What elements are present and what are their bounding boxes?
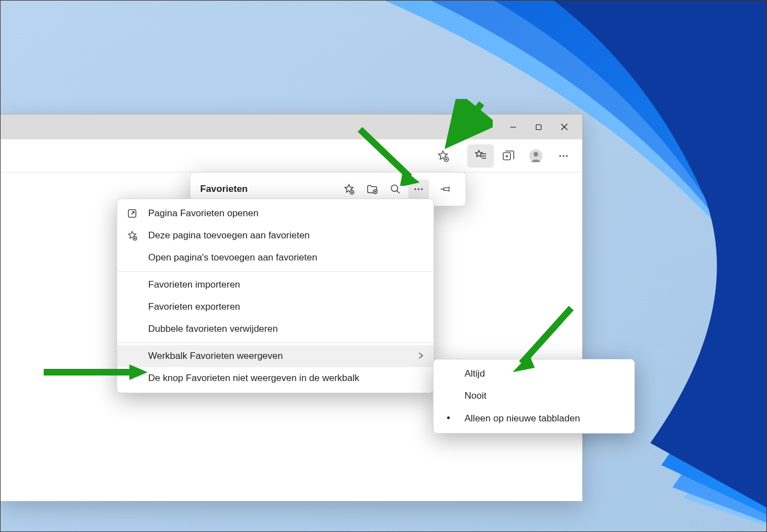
svg-point-28 — [421, 188, 422, 190]
menu-add-open-pages[interactable]: Open pagina's toevoegen aan favorieten — [117, 247, 434, 269]
svg-point-27 — [418, 188, 419, 190]
add-favorite-icon[interactable] — [430, 144, 456, 168]
search-icon[interactable] — [385, 179, 406, 199]
submenu-never[interactable]: Nooit — [434, 385, 634, 407]
window-titlebar — [1, 114, 582, 139]
svg-line-25 — [397, 191, 400, 194]
svg-rect-1 — [536, 124, 541, 129]
more-button[interactable] — [550, 144, 577, 168]
favorites-button[interactable] — [467, 144, 494, 168]
svg-point-26 — [414, 188, 416, 190]
more-options-icon[interactable] — [408, 179, 429, 199]
menu-show-favorites-bar[interactable]: Werkbalk Favorieten weergeven — [117, 345, 434, 367]
pin-icon[interactable] — [435, 179, 456, 199]
profile-avatar[interactable] — [523, 144, 549, 168]
svg-point-17 — [566, 155, 567, 157]
star-add-icon — [125, 230, 139, 241]
chevron-right-icon — [418, 352, 424, 361]
svg-point-14 — [534, 152, 538, 156]
add-folder-icon[interactable] — [362, 179, 383, 199]
menu-separator — [117, 271, 434, 272]
favorites-panel-title: Favorieten — [200, 184, 336, 195]
svg-point-15 — [559, 155, 561, 157]
browser-toolbar — [1, 139, 582, 173]
collections-button[interactable] — [495, 144, 521, 168]
maximize-button[interactable] — [526, 114, 551, 139]
show-favorites-bar-submenu: Altijd Nooit • Alleen op nieuwe tabblade… — [433, 359, 635, 434]
svg-point-16 — [562, 155, 564, 157]
submenu-always[interactable]: Altijd — [434, 363, 634, 385]
add-favorite-icon[interactable] — [338, 179, 359, 199]
submenu-only-new-tabs[interactable]: • Alleen op nieuwe tabbladen — [434, 407, 634, 430]
menu-remove-duplicates[interactable]: Dubbele favorieten verwijderen — [117, 318, 434, 340]
menu-open-favorites-page[interactable]: Pagina Favorieten openen — [117, 202, 434, 225]
favorites-context-menu: Pagina Favorieten openen Deze pagina toe… — [117, 199, 434, 393]
menu-import-favorites[interactable]: Favorieten importeren — [117, 274, 434, 296]
menu-separator — [117, 342, 434, 343]
minimize-button[interactable] — [500, 114, 526, 139]
menu-hide-favorites-button[interactable]: De knop Favorieten niet weergeven in de … — [117, 367, 434, 389]
svg-point-24 — [392, 185, 398, 192]
menu-export-favorites[interactable]: Favorieten exporteren — [117, 296, 434, 318]
close-button[interactable] — [551, 114, 577, 139]
menu-add-this-page[interactable]: Deze pagina toevoegen aan favorieten — [117, 225, 434, 247]
bullet-icon: • — [441, 413, 456, 424]
open-external-icon — [125, 208, 139, 219]
